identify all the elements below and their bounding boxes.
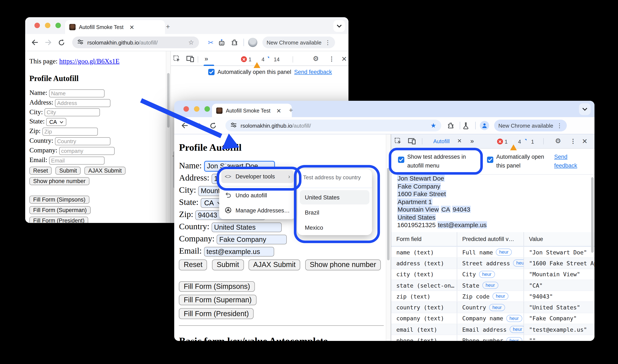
profile-avatar[interactable]: [248, 38, 257, 47]
url-text[interactable]: rsolomakhin.github.io/autofill/: [241, 122, 311, 129]
update-chrome-button[interactable]: New Chrome available ⋮: [262, 37, 335, 48]
menu-item-undo-autofill[interactable]: Undo autofill: [221, 189, 294, 202]
extensions-puzzle-icon[interactable]: [231, 39, 241, 46]
tab-search-chevron-icon[interactable]: [579, 103, 591, 115]
company-input[interactable]: [59, 147, 115, 155]
tab-search-chevron-icon[interactable]: [333, 20, 345, 32]
table-row[interactable]: country (text) Countryheur "United State…: [391, 302, 594, 313]
browser-tab[interactable]: Autofill Smoke Test ✕: [65, 20, 165, 34]
message-count[interactable]: 14: [274, 57, 280, 63]
fill-form-simpsons-button[interactable]: Fill Form (Simpsons): [179, 281, 255, 292]
send-feedback-link[interactable]: Send feedback: [294, 69, 332, 75]
autofill-tab-close-icon[interactable]: ✕: [457, 138, 462, 144]
error-count[interactable]: 1: [248, 57, 251, 63]
country-input[interactable]: [211, 222, 282, 232]
warning-count[interactable]: 4: [518, 139, 521, 145]
device-toolbar-icon[interactable]: [186, 55, 194, 62]
warning-badge-icon[interactable]: [254, 56, 260, 62]
error-badge-icon[interactable]: ✕: [497, 139, 503, 144]
devtools-menu-icon[interactable]: ⋮: [570, 138, 576, 144]
back-icon[interactable]: [31, 39, 41, 46]
fill-form-superman-button[interactable]: Fill Form (Superman): [179, 295, 256, 305]
state-select[interactable]: CA: [46, 118, 66, 126]
show-phone-button[interactable]: Show phone number: [29, 177, 89, 185]
submit-button[interactable]: Submit: [212, 260, 244, 270]
error-badge-icon[interactable]: ✕: [241, 56, 247, 62]
devtools-settings-icon[interactable]: ⚙: [313, 55, 319, 63]
flask-experiments-icon[interactable]: [463, 122, 473, 129]
message-count[interactable]: 1: [531, 139, 534, 145]
warning-badge-icon[interactable]: [510, 139, 517, 144]
fill-form-simpsons-button[interactable]: Fill Form (Simpsons): [29, 196, 89, 204]
table-row[interactable]: company (text) Company nameheur "Fake Co…: [391, 313, 594, 324]
table-row[interactable]: city (text) Cityheur "Mountain View": [391, 269, 594, 280]
tab-close-icon[interactable]: ✕: [129, 24, 134, 30]
ajax-submit-button[interactable]: AJAX Submit: [85, 167, 126, 175]
email-input[interactable]: [49, 156, 104, 164]
auto-open-checkbox[interactable]: [208, 69, 215, 75]
auto-open-option[interactable]: Automatically open this panel: [487, 152, 554, 170]
submenu-item-mexico[interactable]: Mexico: [300, 221, 370, 235]
reset-button[interactable]: Reset: [29, 167, 52, 175]
update-chrome-button[interactable]: New Chrome available ⋮: [494, 120, 567, 131]
send-feedback-link[interactable]: Send feedback: [554, 152, 588, 170]
site-settings-icon[interactable]: [231, 122, 237, 129]
devtools-menu-icon[interactable]: ⋮: [329, 55, 335, 62]
address-bar[interactable]: rsolomakhin.github.io/autofill/ ★: [225, 120, 441, 131]
more-tabs-icon[interactable]: »: [205, 55, 208, 63]
city-input[interactable]: [44, 108, 100, 117]
close-window-button[interactable]: [34, 23, 40, 28]
submenu-item-brazil[interactable]: Brazil: [300, 205, 370, 220]
page-scrollbar[interactable]: [166, 51, 171, 223]
zoom-window-button[interactable]: [205, 106, 210, 112]
reset-button[interactable]: Reset: [179, 260, 207, 270]
traffic-lights[interactable]: [183, 106, 210, 112]
minimize-window-button[interactable]: [194, 106, 199, 112]
submenu-item-united-states[interactable]: United States: [300, 190, 370, 205]
scissors-extension-icon[interactable]: ✂: [206, 39, 216, 46]
ajax-submit-button[interactable]: AJAX Submit: [248, 260, 300, 270]
device-toolbar-icon[interactable]: [408, 138, 416, 144]
devtools-scrollbar-thumb[interactable]: [591, 177, 594, 253]
show-phone-button[interactable]: Show phone number: [305, 260, 381, 270]
zip-input[interactable]: [42, 128, 98, 136]
error-count[interactable]: 1: [505, 139, 508, 145]
extensions-puzzle-icon[interactable]: [447, 122, 457, 129]
name-input[interactable]: [49, 90, 104, 97]
fill-form-superman-button[interactable]: Fill Form (Superman): [29, 206, 90, 214]
devtools-close-icon[interactable]: ✕: [582, 137, 588, 145]
scrollbar-thumb[interactable]: [387, 168, 389, 260]
url-text[interactable]: rsolomakhin.github.io/autofill/: [87, 39, 158, 46]
address-bar[interactable]: rsolomakhin.github.io/autofill/ ☆: [72, 37, 199, 48]
new-tab-button[interactable]: +: [166, 23, 170, 30]
reload-icon[interactable]: [58, 39, 68, 46]
bookmark-star-icon[interactable]: ☆: [188, 39, 194, 46]
devtools-settings-icon[interactable]: ⚙: [555, 137, 561, 145]
warning-count[interactable]: 4: [262, 57, 265, 63]
table-row[interactable]: state (select-one) Stateheur "CA": [391, 280, 594, 291]
table-row[interactable]: name (text) Full nameheur "Jon Stewart D…: [391, 247, 594, 258]
minimize-window-button[interactable]: [45, 23, 50, 28]
table-row[interactable]: address (text) Street addressheur "1600 …: [391, 258, 594, 269]
auto-open-checkbox[interactable]: [487, 156, 493, 163]
table-row[interactable]: phone (text) Phone numberheur "": [391, 335, 594, 341]
browser-tab[interactable]: Autofill Smoke Test ✕: [212, 104, 292, 117]
more-tabs-icon[interactable]: »: [470, 137, 474, 145]
menu-item-manage-addresses[interactable]: Manage Addresses…: [221, 204, 294, 217]
traffic-lights[interactable]: [34, 23, 61, 28]
country-input[interactable]: [55, 137, 110, 145]
company-input[interactable]: [217, 234, 287, 244]
fill-form-president-button[interactable]: Fill Form (President): [29, 217, 88, 223]
robot-extension-icon[interactable]: [218, 39, 228, 46]
show-test-addresses-checkbox[interactable]: [398, 156, 404, 163]
devtools-close-icon[interactable]: ✕: [341, 55, 347, 63]
email-input[interactable]: [204, 247, 274, 257]
menu-item-developer-tools[interactable]: <> Developer tools ›: [221, 170, 294, 183]
address-input[interactable]: [55, 99, 110, 107]
zoom-window-button[interactable]: [55, 23, 61, 28]
table-row[interactable]: zip (text) Zip codeheur "94043": [391, 290, 594, 302]
close-window-button[interactable]: [183, 106, 189, 112]
profile-avatar[interactable]: [480, 121, 489, 130]
reload-icon[interactable]: [209, 122, 219, 129]
bookmark-star-filled-icon[interactable]: ★: [431, 122, 436, 129]
